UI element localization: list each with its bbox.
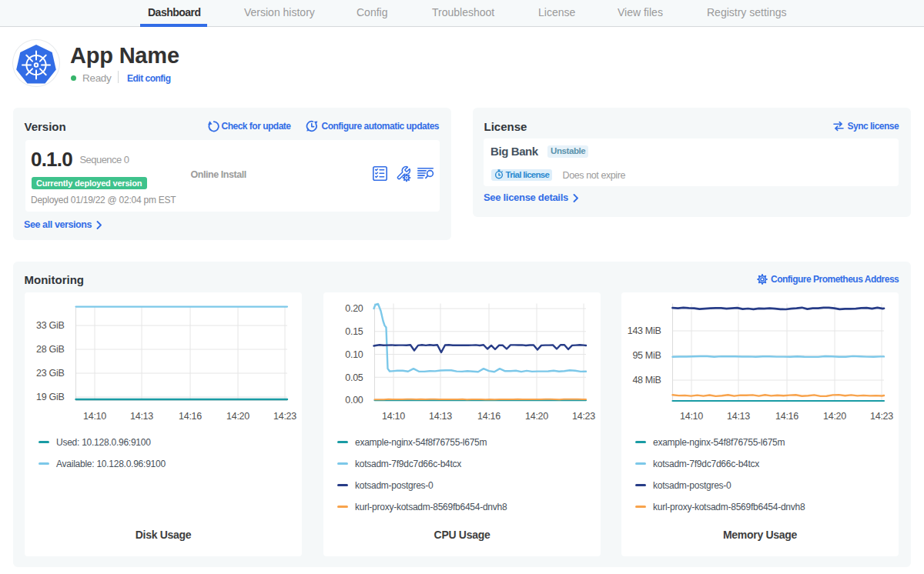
svg-text:19 GiB: 19 GiB: [36, 392, 64, 402]
svg-text:0.15: 0.15: [345, 326, 363, 337]
svg-text:14:16: 14:16: [477, 411, 500, 422]
svg-text:14:23: 14:23: [870, 411, 893, 422]
svg-text:14:20: 14:20: [226, 411, 249, 422]
svg-text:14:20: 14:20: [525, 411, 548, 422]
svg-text:48 MiB: 48 MiB: [632, 375, 661, 385]
svg-text:14:23: 14:23: [572, 411, 595, 422]
svg-text:14:20: 14:20: [823, 411, 846, 422]
svg-text:0.05: 0.05: [345, 372, 363, 383]
svg-text:14:16: 14:16: [179, 411, 202, 422]
svg-text:14:10: 14:10: [83, 411, 106, 422]
svg-text:14:10: 14:10: [680, 411, 703, 422]
svg-text:28 GiB: 28 GiB: [36, 344, 64, 355]
svg-text:0.10: 0.10: [345, 349, 363, 360]
svg-text:14:23: 14:23: [273, 411, 296, 422]
svg-text:14:13: 14:13: [130, 411, 153, 422]
svg-text:14:10: 14:10: [382, 411, 405, 422]
svg-text:0.20: 0.20: [345, 303, 363, 314]
svg-text:143 MiB: 143 MiB: [628, 325, 661, 336]
svg-text:33 GiB: 33 GiB: [36, 320, 64, 331]
svg-text:23 GiB: 23 GiB: [36, 368, 64, 379]
svg-text:95 MiB: 95 MiB: [632, 350, 661, 361]
svg-text:14:16: 14:16: [775, 411, 798, 422]
svg-text:14:13: 14:13: [727, 411, 750, 422]
svg-text:0.00: 0.00: [345, 395, 363, 405]
svg-text:14:13: 14:13: [429, 411, 452, 422]
